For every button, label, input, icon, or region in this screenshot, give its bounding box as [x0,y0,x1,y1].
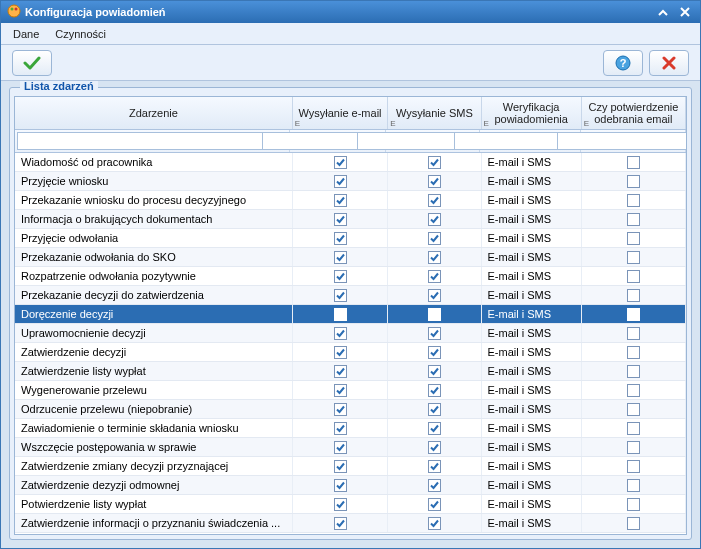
checkbox[interactable] [334,156,347,169]
checkbox[interactable] [428,251,441,264]
checkbox[interactable] [334,479,347,492]
minimize-button[interactable] [654,4,672,20]
checkbox[interactable] [428,384,441,397]
checkbox[interactable] [334,213,347,226]
table-row[interactable]: Zatwierdzenie zmiany decyzji przyznające… [15,457,686,476]
checkbox[interactable] [428,270,441,283]
checkbox[interactable] [334,498,347,511]
checkbox[interactable] [428,327,441,340]
table-row[interactable]: Przyjęcie wnioskuE-mail i SMS [15,172,686,191]
table-row[interactable]: Doręczenie decyzjiE-mail i SMS [15,305,686,324]
table-row[interactable]: Uprawomocnienie decyzjiE-mail i SMS [15,324,686,343]
table-row[interactable]: Wygenerowanie przelewuE-mail i SMS [15,381,686,400]
checkbox[interactable] [627,175,640,188]
table-row[interactable]: Przekazanie odwołania do SKOE-mail i SMS [15,248,686,267]
col-header-email[interactable]: Wysyłanie e-mail E [293,97,388,129]
table-row[interactable]: Zatwierdzenie dezyzji odmownejE-mail i S… [15,476,686,495]
filter-event-input[interactable] [17,132,271,150]
cell-event: Przekazanie decyzji do zatwierdzenia [15,286,293,304]
cell-verif: E-mail i SMS [482,419,582,437]
checkbox[interactable] [627,346,640,359]
cell-sms [388,495,481,513]
col-header-event[interactable]: Zdarzenie [15,97,293,129]
cell-sms [388,457,481,475]
checkbox[interactable] [334,327,347,340]
checkbox[interactable] [428,460,441,473]
checkbox[interactable] [334,175,347,188]
table-row[interactable]: Zatwierdzenie informacji o przyznaniu św… [15,514,686,533]
checkbox[interactable] [428,346,441,359]
checkbox[interactable] [428,232,441,245]
menu-czynnosci[interactable]: Czynności [47,26,114,42]
filter-confirm-input[interactable] [557,132,687,150]
menu-dane[interactable]: Dane [5,26,47,42]
checkbox[interactable] [627,517,640,530]
cancel-button[interactable] [649,50,689,76]
checkbox[interactable] [627,213,640,226]
col-header-verif[interactable]: Weryfikacja powiadomienia E [482,97,582,129]
close-button[interactable] [676,4,694,20]
table-row[interactable]: Zatwierdzenie listy wypłatE-mail i SMS [15,362,686,381]
checkbox[interactable] [428,194,441,207]
checkbox[interactable] [627,251,640,264]
table-row[interactable]: Przekazanie decyzji do zatwierdzeniaE-ma… [15,286,686,305]
checkbox[interactable] [428,498,441,511]
checkbox[interactable] [334,346,347,359]
checkbox[interactable] [428,156,441,169]
table-row[interactable]: Wiadomość od pracownikaE-mail i SMS [15,153,686,172]
checkbox[interactable] [627,403,640,416]
table-row[interactable]: Przyjęcie odwołaniaE-mail i SMS [15,229,686,248]
cell-event: Zatwierdzenie dezyzji odmownej [15,476,293,494]
checkbox[interactable] [627,422,640,435]
accept-button[interactable] [12,50,52,76]
col-header-sms[interactable]: Wysyłanie SMS E [388,97,481,129]
checkbox[interactable] [428,213,441,226]
checkbox[interactable] [627,441,640,454]
checkbox[interactable] [428,422,441,435]
checkbox[interactable] [428,441,441,454]
checkbox[interactable] [428,403,441,416]
checkbox[interactable] [627,479,640,492]
table-row[interactable]: Potwierdzenie listy wypłatE-mail i SMS [15,495,686,514]
col-header-confirm[interactable]: Czy potwierdzenie odebrania email E [582,97,686,129]
checkbox[interactable] [428,517,441,530]
checkbox[interactable] [334,365,347,378]
checkbox[interactable] [428,308,441,321]
checkbox[interactable] [334,403,347,416]
checkbox[interactable] [627,365,640,378]
checkbox[interactable] [334,422,347,435]
checkbox[interactable] [627,232,640,245]
grid-body[interactable]: Wiadomość od pracownikaE-mail i SMSPrzyj… [15,153,686,534]
checkbox[interactable] [627,460,640,473]
checkbox[interactable] [334,384,347,397]
checkbox[interactable] [334,460,347,473]
table-row[interactable]: Zatwierdzenie decyzjiE-mail i SMS [15,343,686,362]
checkbox[interactable] [627,498,640,511]
checkbox[interactable] [334,289,347,302]
checkbox[interactable] [428,479,441,492]
help-button[interactable]: ? [603,50,643,76]
checkbox[interactable] [334,251,347,264]
checkbox[interactable] [627,289,640,302]
checkbox[interactable] [428,289,441,302]
checkbox[interactable] [627,194,640,207]
checkbox[interactable] [334,517,347,530]
checkbox[interactable] [334,270,347,283]
table-row[interactable]: Przekazanie wniosku do procesu decyzyjne… [15,191,686,210]
checkbox[interactable] [334,194,347,207]
checkbox[interactable] [428,365,441,378]
table-row[interactable]: Odrzucenie przelewu (niepobranie)E-mail … [15,400,686,419]
checkbox[interactable] [627,156,640,169]
checkbox[interactable] [334,232,347,245]
table-row[interactable]: Wszczęcie postępowania w sprawieE-mail i… [15,438,686,457]
checkbox[interactable] [627,308,640,321]
table-row[interactable]: Rozpatrzenie odwołania pozytywnieE-mail … [15,267,686,286]
checkbox[interactable] [627,384,640,397]
checkbox[interactable] [627,327,640,340]
checkbox[interactable] [334,441,347,454]
checkbox[interactable] [627,270,640,283]
checkbox[interactable] [334,308,347,321]
checkbox[interactable] [428,175,441,188]
table-row[interactable]: Informacja o brakujących dokumentachE-ma… [15,210,686,229]
table-row[interactable]: Zawiadomienie o terminie składania wnios… [15,419,686,438]
